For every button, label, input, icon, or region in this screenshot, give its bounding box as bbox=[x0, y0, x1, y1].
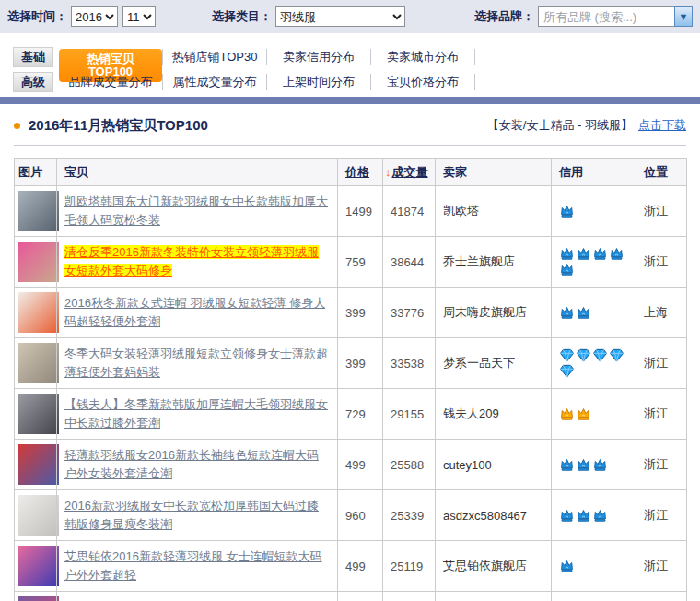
seller-cell: cutey100 bbox=[436, 440, 552, 490]
tab-hot-items-top100[interactable]: 热销宝贝TOP100 bbox=[59, 49, 163, 65]
blue-crown-icon bbox=[559, 508, 575, 524]
table-row: 茄田2016新款韩版修身轻薄反季清仓羽绒服女短款连帽大码外套 bbox=[15, 592, 687, 601]
seller-cell bbox=[436, 592, 552, 601]
blue-diamond-icon bbox=[559, 348, 575, 363]
col-header-price-sort[interactable]: 价格 bbox=[345, 165, 369, 179]
product-thumbnail[interactable] bbox=[18, 191, 59, 231]
volume-cell: 41874 bbox=[383, 186, 436, 237]
filter-bar: 选择时间： 2016 11 选择类目： 羽绒服 选择品牌： ▼ bbox=[0, 0, 700, 33]
category-filter-label: 选择类目： bbox=[212, 8, 272, 25]
brand-combobox: ▼ bbox=[538, 6, 693, 27]
product-title-link[interactable]: 【钱夫人】冬季新款韩版加厚连帽大毛领羽绒服女中长款过膝外套潮 bbox=[64, 397, 328, 430]
gold-crown-icon bbox=[559, 407, 575, 422]
title-divider bbox=[14, 145, 686, 146]
table-row: 清仓反季2016新款冬装特价女装立领轻薄羽绒服女短款外套大码修身 759 386… bbox=[15, 237, 687, 288]
product-thumbnail[interactable] bbox=[18, 242, 59, 282]
year-select[interactable]: 2016 bbox=[71, 6, 118, 27]
blue-crown-icon bbox=[559, 246, 575, 262]
basic-tab-row: 基础 热销宝贝TOP100 热销店铺TOP30 卖家信用分布 卖家城市分布 bbox=[0, 44, 700, 69]
product-title-link[interactable]: 艾思铂依2016新款轻薄羽绒服 女士连帽短款大码户外外套超轻 bbox=[64, 549, 322, 582]
product-title-link[interactable]: 轻薄款羽绒服女2016新款长袖纯色短款连帽大码户外女装外套清仓潮 bbox=[64, 448, 319, 480]
product-title-link[interactable]: 冬季大码女装轻薄羽绒服短款立领修身女士薄款超薄轻便外套妈妈装 bbox=[64, 347, 328, 379]
price-cell: 399 bbox=[338, 288, 383, 338]
product-thumbnail[interactable] bbox=[18, 596, 59, 601]
price-cell: 759 bbox=[338, 237, 383, 288]
blue-diamond-icon bbox=[592, 348, 608, 363]
location-cell: 浙江 bbox=[636, 541, 687, 592]
product-title-link[interactable]: 清仓反季2016新款冬装特价女装立领轻薄羽绒服女短款外套大码修身 bbox=[64, 245, 319, 277]
seller-cell: 梦系一品天下 bbox=[436, 338, 552, 389]
blue-crown-icon bbox=[576, 457, 591, 473]
blue-diamond-icon bbox=[559, 363, 575, 379]
product-thumbnail[interactable] bbox=[18, 546, 59, 586]
tab-seller-credit-dist[interactable]: 卖家信用分布 bbox=[267, 49, 371, 65]
table-row: 艾思铂依2016新款轻薄羽绒服 女士连帽短款大码户外外套超轻 499 25119… bbox=[15, 541, 687, 592]
credit-cell bbox=[552, 490, 636, 541]
tab-attribute-volume-dist[interactable]: 属性成交量分布 bbox=[163, 74, 267, 90]
blue-crown-icon bbox=[592, 457, 608, 473]
location-cell: 浙江 bbox=[636, 389, 687, 440]
chevron-down-icon: ▼ bbox=[679, 11, 689, 22]
download-link[interactable]: 点击下载 bbox=[638, 117, 686, 134]
time-filter-label: 选择时间： bbox=[7, 8, 67, 25]
volume-cell: 38644 bbox=[383, 237, 436, 288]
price-cell: 960 bbox=[338, 490, 383, 541]
advanced-tab-row: 高级 品牌成交量分布 属性成交量分布 上架时间分布 宝贝价格分布 bbox=[0, 69, 700, 94]
tab-item-price-dist[interactable]: 宝贝价格分布 bbox=[371, 74, 475, 90]
table-row: 2016秋冬新款女式连帽 羽绒服女短款轻薄 修身大码超轻轻便外套潮 399 33… bbox=[15, 288, 687, 338]
location-cell bbox=[636, 592, 687, 601]
tab-listing-time-dist[interactable]: 上架时间分布 bbox=[267, 74, 371, 90]
product-thumbnail[interactable] bbox=[18, 292, 59, 333]
page-title: 2016年11月热销宝贝TOP100 bbox=[29, 117, 487, 135]
blue-crown-icon bbox=[559, 305, 575, 321]
blue-crown-icon bbox=[576, 508, 591, 524]
blue-diamond-icon bbox=[576, 348, 591, 363]
col-header-volume-sort[interactable]: 成交量 bbox=[392, 165, 428, 179]
table-row: 凯欧塔韩国东大门新款羽绒服女中长款韩版加厚大毛领大码宽松冬装 1499 4187… bbox=[15, 186, 687, 237]
location-cell: 浙江 bbox=[636, 186, 687, 237]
volume-cell: 33538 bbox=[383, 338, 436, 389]
location-cell: 浙江 bbox=[636, 338, 687, 389]
product-thumbnail[interactable] bbox=[18, 343, 59, 383]
seller-cell: 艾思铂依旗舰店 bbox=[436, 541, 552, 592]
product-thumbnail[interactable] bbox=[18, 394, 59, 434]
price-cell: 499 bbox=[338, 440, 383, 490]
basic-group-label: 基础 bbox=[13, 47, 53, 67]
category-select[interactable]: 羽绒服 bbox=[275, 6, 405, 27]
tab-seller-city-dist[interactable]: 卖家城市分布 bbox=[371, 49, 475, 65]
advanced-group-label: 高级 bbox=[13, 72, 53, 92]
product-title-link[interactable]: 凯欧塔韩国东大门新款羽绒服女中长款韩版加厚大毛领大码宽松冬装 bbox=[64, 194, 328, 227]
blue-crown-icon bbox=[576, 305, 591, 321]
col-header-item: 宝贝 bbox=[57, 159, 338, 186]
blue-diamond-icon bbox=[609, 348, 624, 363]
volume-cell: 25588 bbox=[383, 440, 436, 490]
top100-table: 图片 宝贝 价格 ↓成交量 卖家 信用 位置 凯欧塔韩国东大门新款羽绒服女中长款… bbox=[14, 158, 687, 601]
price-cell bbox=[338, 592, 383, 601]
blue-crown-icon bbox=[559, 457, 575, 473]
table-row: 冬季大码女装轻薄羽绒服短款立领修身女士薄款超薄轻便外套妈妈装 399 33538… bbox=[15, 338, 687, 389]
credit-cell bbox=[552, 440, 636, 490]
product-title-link[interactable]: 2016秋冬新款女式连帽 羽绒服女短款轻薄 修身大码超轻轻便外套潮 bbox=[64, 296, 325, 328]
gold-crown-icon bbox=[576, 407, 591, 422]
seller-cell: 钱夫人209 bbox=[436, 389, 552, 440]
blue-crown-icon bbox=[592, 246, 608, 262]
table-row: 轻薄款羽绒服女2016新款长袖纯色短款连帽大码户外女装外套清仓潮 499 255… bbox=[15, 440, 687, 490]
blue-crown-icon bbox=[576, 246, 591, 262]
blue-crown-icon bbox=[559, 559, 575, 574]
product-thumbnail[interactable] bbox=[18, 495, 59, 536]
month-select[interactable]: 11 bbox=[122, 6, 156, 27]
credit-cell bbox=[552, 237, 636, 288]
price-cell: 499 bbox=[338, 541, 383, 592]
brand-search-input[interactable] bbox=[538, 6, 674, 27]
brand-dropdown-button[interactable]: ▼ bbox=[674, 6, 693, 27]
category-path: 【女装/女士精品 - 羽绒服】 bbox=[487, 117, 633, 134]
col-header-credit: 信用 bbox=[552, 159, 636, 186]
volume-cell: 29155 bbox=[383, 389, 436, 440]
product-title-link[interactable]: 2016新款羽绒服女中长款宽松加厚韩国大码过膝韩版修身显瘦冬装潮 bbox=[64, 499, 319, 531]
product-thumbnail[interactable] bbox=[18, 444, 59, 485]
volume-cell: 25119 bbox=[383, 541, 436, 592]
price-cell: 729 bbox=[338, 389, 383, 440]
tab-hot-shops-top30[interactable]: 热销店铺TOP30 bbox=[163, 49, 267, 65]
tab-brand-volume-dist[interactable]: 品牌成交量分布 bbox=[59, 74, 163, 90]
price-cell: 1499 bbox=[338, 186, 383, 237]
